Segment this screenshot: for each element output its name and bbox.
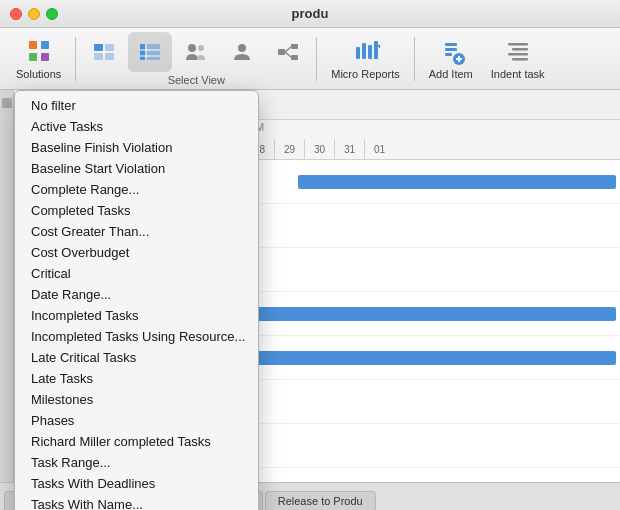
view-btn-4[interactable] (220, 32, 264, 72)
main-area: Tx Start w14, 31 M 27 28 29 30 31 01 (0, 90, 620, 482)
solutions-button[interactable]: Solutions (8, 33, 69, 85)
window-title: produ (292, 6, 329, 21)
svg-rect-4 (94, 44, 103, 51)
svg-rect-1 (41, 41, 49, 49)
svg-line-19 (285, 52, 291, 57)
gantt-bar-1 (298, 175, 616, 189)
add-item-icon (437, 37, 465, 65)
svg-point-13 (198, 45, 204, 51)
svg-rect-21 (362, 43, 366, 59)
svg-rect-15 (278, 49, 285, 55)
toolbar: Solutions (0, 28, 620, 90)
menu-item-richard-miller[interactable]: Richard Miller completed Tasks (15, 431, 258, 452)
day-30: 30 (304, 139, 334, 159)
svg-rect-7 (105, 53, 114, 60)
traffic-lights[interactable] (10, 8, 58, 20)
solutions-label: Solutions (16, 68, 61, 80)
menu-item-tasks-deadlines[interactable]: Tasks With Deadlines (15, 473, 258, 494)
toolbar-separator-2 (316, 37, 317, 81)
menu-item-complete-range[interactable]: Complete Range... (15, 179, 258, 200)
menu-item-tasks-name[interactable]: Tasks With Name... (15, 494, 258, 510)
svg-rect-6 (94, 53, 103, 60)
view-btn-1[interactable] (82, 32, 126, 72)
indent-task-button[interactable]: Indent task (483, 33, 553, 85)
svg-rect-20 (356, 47, 360, 59)
svg-rect-16 (291, 44, 298, 49)
svg-rect-17 (291, 55, 298, 60)
svg-rect-33 (508, 53, 528, 56)
svg-rect-22 (368, 45, 372, 59)
day-29: 29 (274, 139, 304, 159)
svg-rect-3 (41, 53, 49, 61)
filter-indicator (2, 98, 12, 108)
svg-rect-2 (29, 53, 37, 61)
menu-item-active-tasks[interactable]: Active Tasks (15, 116, 258, 137)
view-btn-5[interactable] (266, 32, 310, 72)
svg-rect-32 (512, 48, 528, 51)
people-view-icon (182, 38, 210, 66)
left-sidebar (0, 90, 14, 482)
gantt-bar-5 (228, 351, 616, 365)
svg-point-12 (188, 44, 196, 52)
menu-item-phases[interactable]: Phases (15, 410, 258, 431)
view-btn-3[interactable] (174, 32, 218, 72)
tab-release[interactable]: Release to Produ (265, 491, 376, 510)
close-button[interactable] (10, 8, 22, 20)
micro-reports-icon: ▾ (352, 37, 380, 65)
select-view-group: Select View (82, 32, 310, 86)
svg-rect-34 (512, 58, 528, 61)
day-columns: 27 28 29 30 31 01 (214, 139, 620, 159)
menu-item-completed-tasks[interactable]: Completed Tasks (15, 200, 258, 221)
menu-item-milestones[interactable]: Milestones (15, 389, 258, 410)
menu-item-incompleted[interactable]: Incompleted Tasks (15, 305, 258, 326)
menu-item-cost-overbudget[interactable]: Cost Overbudget (15, 242, 258, 263)
gantt-view-icon (136, 38, 164, 66)
add-item-label: Add Item (429, 68, 473, 80)
toolbar-separator-3 (414, 37, 415, 81)
network-view-icon (274, 38, 302, 66)
menu-item-cost-greater[interactable]: Cost Greater Than... (15, 221, 258, 242)
svg-rect-0 (29, 41, 37, 49)
menu-item-baseline-start[interactable]: Baseline Start Violation (15, 158, 258, 179)
filter-dropdown[interactable]: No filter Active Tasks Baseline Finish V… (14, 90, 259, 510)
svg-rect-27 (445, 53, 452, 56)
svg-rect-9 (147, 44, 160, 60)
add-item-button[interactable]: Add Item (421, 33, 481, 85)
menu-item-critical[interactable]: Critical (15, 263, 258, 284)
svg-rect-26 (445, 48, 457, 51)
solutions-icon (25, 37, 53, 65)
menu-item-baseline-finish[interactable]: Baseline Finish Violation (15, 137, 258, 158)
svg-rect-5 (105, 44, 114, 51)
maximize-button[interactable] (46, 8, 58, 20)
svg-line-18 (285, 47, 291, 52)
svg-rect-8 (140, 44, 145, 60)
gantt-timeline-header: w14, 31 M 27 28 29 30 31 01 (214, 120, 620, 159)
day-31: 31 (334, 139, 364, 159)
micro-reports-label: Micro Reports (331, 68, 399, 80)
indent-icon (504, 37, 532, 65)
person-view-icon (228, 38, 256, 66)
select-view-label: Select View (168, 74, 225, 86)
menu-item-date-range[interactable]: Date Range... (15, 284, 258, 305)
menu-item-late-critical[interactable]: Late Critical Tasks (15, 347, 258, 368)
svg-point-14 (238, 44, 246, 52)
menu-item-no-filter[interactable]: No filter (15, 95, 258, 116)
indent-task-label: Indent task (491, 68, 545, 80)
svg-rect-31 (508, 43, 528, 46)
toolbar-separator-1 (75, 37, 76, 81)
menu-item-incompleted-resource[interactable]: Incompleted Tasks Using Resource... (15, 326, 258, 347)
title-bar: produ (0, 0, 620, 28)
svg-text:▾: ▾ (378, 42, 380, 51)
gantt-bar-4 (228, 307, 616, 321)
list-view-icon (90, 38, 118, 66)
menu-item-late-tasks[interactable]: Late Tasks (15, 368, 258, 389)
minimize-button[interactable] (28, 8, 40, 20)
menu-item-task-range[interactable]: Task Range... (15, 452, 258, 473)
day-01: 01 (364, 139, 394, 159)
micro-reports-button[interactable]: ▾ Micro Reports (323, 33, 407, 85)
svg-rect-25 (445, 43, 457, 46)
view-btn-2[interactable] (128, 32, 172, 72)
